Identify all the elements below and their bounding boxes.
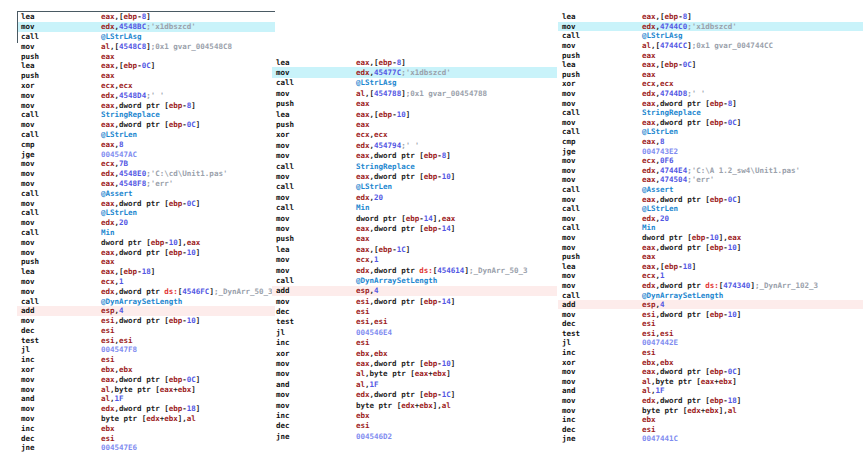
asm-row[interactable]: jl0047442E xyxy=(558,338,863,348)
asm-row[interactable]: call@Assert xyxy=(17,188,275,198)
asm-row[interactable]: moveax,dword ptr [ebp-10] xyxy=(558,242,863,252)
asm-row[interactable]: movecx,1 xyxy=(558,271,863,281)
asm-row[interactable]: call@Assert xyxy=(558,185,863,195)
asm-row[interactable]: pusheax xyxy=(17,71,275,81)
asm-row[interactable]: movbyte ptr [edx+ebx],al xyxy=(272,400,557,410)
asm-row[interactable]: incesi xyxy=(17,355,275,365)
asm-row[interactable]: movecx,7B xyxy=(17,159,275,169)
asm-row[interactable]: incesi xyxy=(272,338,557,348)
asm-row[interactable]: xorecx,ecx xyxy=(17,81,275,91)
asm-row[interactable]: decesi xyxy=(272,421,557,431)
asm-row[interactable]: decesi xyxy=(272,306,557,316)
asm-row[interactable]: movbyte ptr [edx+ebx],al xyxy=(17,414,275,424)
asm-row[interactable]: moval,byte ptr [eax+ebx] xyxy=(272,369,557,379)
asm-row[interactable]: movecx,0F6 xyxy=(558,156,863,166)
asm-row[interactable]: andal,1F xyxy=(272,379,557,389)
asm-row[interactable]: pusheax xyxy=(17,51,275,61)
asm-row[interactable]: movedx,4744D8;' ' xyxy=(558,89,863,99)
asm-row[interactable]: call@LStrLen xyxy=(272,182,557,192)
asm-row[interactable]: incebx xyxy=(272,410,557,420)
asm-row[interactable]: jne0047441C xyxy=(558,434,863,444)
asm-row[interactable]: movedx,dword ptr ds:[4546FC];_DynArr_50_… xyxy=(17,286,275,296)
asm-row[interactable]: movedx,20 xyxy=(272,192,557,202)
asm-row[interactable]: moveax,dword ptr [ebp-8] xyxy=(17,100,275,110)
asm-row[interactable]: pusheax xyxy=(558,70,863,80)
asm-row[interactable]: testesi,esi xyxy=(17,335,275,345)
asm-row[interactable]: andal,1F xyxy=(17,394,275,404)
asm-row[interactable]: decesi xyxy=(558,425,863,435)
asm-row[interactable]: movedx,4548D4;' ' xyxy=(17,90,275,100)
asm-row[interactable]: incesi xyxy=(558,348,863,358)
asm-row[interactable]: pusheax xyxy=(272,119,557,129)
asm-row[interactable]: movesi,dword ptr [ebp-10] xyxy=(558,309,863,319)
asm-row[interactable]: call@LStrLAsg xyxy=(558,31,863,41)
asm-row[interactable]: callMin xyxy=(272,202,557,212)
asm-row[interactable]: jne004547E6 xyxy=(17,443,275,453)
asm-row[interactable]: moveax,dword ptr [ebp-10] xyxy=(272,171,557,181)
asm-row-highlighted[interactable]: movedx,45477C;'x1dbszcd' xyxy=(272,67,557,77)
asm-row[interactable]: call@LStrLen xyxy=(17,208,275,218)
asm-row[interactable]: leaeax,[ebp-0C] xyxy=(17,61,275,71)
asm-row[interactable]: movedx,454794;' ' xyxy=(272,140,557,150)
asm-row[interactable]: moveax,dword ptr [ebp-0C] xyxy=(17,198,275,208)
asm-row[interactable]: xorecx,ecx xyxy=(558,79,863,89)
asm-row[interactable]: movedx,20 xyxy=(558,213,863,223)
asm-row[interactable]: call@DynArraySetLength xyxy=(17,296,275,306)
asm-row[interactable]: moval,[454788];0x1 gvar_00454788 xyxy=(272,88,557,98)
asm-row[interactable]: call@LStrLAsg xyxy=(272,78,557,88)
asm-row[interactable]: moveax,474504;'err' xyxy=(558,175,863,185)
asm-row[interactable]: call@LStrLen xyxy=(17,130,275,140)
asm-row[interactable]: cmpeax,8 xyxy=(17,139,275,149)
asm-row[interactable]: call@LStrLAsg xyxy=(17,32,275,42)
asm-row[interactable]: call@DynArraySetLength xyxy=(558,290,863,300)
asm-row[interactable]: xorebx,ebx xyxy=(17,365,275,375)
asm-row[interactable]: moveax,dword ptr [ebp-0C] xyxy=(558,367,863,377)
asm-row[interactable]: movedx,dword ptr [ebp-18] xyxy=(558,396,863,406)
asm-row[interactable]: leaeax,[ebp-8] xyxy=(272,57,557,67)
asm-row[interactable]: moval,[4744CC];0x1 gvar_004744CC xyxy=(558,41,863,51)
asm-row[interactable]: pusheax xyxy=(558,252,863,262)
asm-row[interactable]: pusheax xyxy=(272,234,557,244)
asm-row[interactable]: leaeax,[ebp-8] xyxy=(17,12,275,22)
asm-row[interactable]: movesi,dword ptr [ebp-14] xyxy=(272,296,557,306)
asm-row[interactable]: pusheax xyxy=(17,257,275,267)
asm-row[interactable]: movedx,dword ptr ds:[454614];_DynArr_50_… xyxy=(272,265,557,275)
asm-row[interactable]: leaeax,[ebp-18] xyxy=(17,267,275,277)
asm-row-highlighted[interactable]: movedx,4744C0;'x1dbszcd' xyxy=(558,22,863,32)
asm-row[interactable]: decesi xyxy=(558,319,863,329)
asm-row[interactable]: movdword ptr [ebp-14],eax xyxy=(272,213,557,223)
asm-row[interactable]: movedx,4548E0;'C:\cd\Unit1.pas' xyxy=(17,169,275,179)
asm-row[interactable]: jl004547F8 xyxy=(17,345,275,355)
asm-row[interactable]: movedx,dword ptr [ebp-1C] xyxy=(272,390,557,400)
asm-row[interactable]: decesi xyxy=(17,326,275,336)
asm-row[interactable]: incebx xyxy=(558,415,863,425)
asm-row[interactable]: andal,1F xyxy=(558,386,863,396)
asm-row[interactable]: moval,byte ptr [eax+ebx] xyxy=(17,384,275,394)
asm-row[interactable]: movesi,dword ptr [ebp-10] xyxy=(17,316,275,326)
asm-row[interactable]: movdword ptr [ebp-10],eax xyxy=(17,237,275,247)
asm-row[interactable]: moval,[4548C8];0x1 gvar_004548C8 xyxy=(17,41,275,51)
asm-row[interactable]: jne004546D2 xyxy=(272,431,557,441)
asm-row[interactable]: xorecx,ecx xyxy=(272,130,557,140)
asm-row[interactable]: moveax,4548F8;'err' xyxy=(17,179,275,189)
asm-row[interactable]: testesi,esi xyxy=(558,329,863,339)
asm-row[interactable]: moveax,dword ptr [ebp-0C] xyxy=(558,194,863,204)
asm-row[interactable]: testesi,esi xyxy=(272,317,557,327)
asm-row[interactable]: pusheax xyxy=(272,99,557,109)
asm-row[interactable]: callMin xyxy=(558,223,863,233)
asm-row[interactable]: movecx,1 xyxy=(272,254,557,264)
asm-row[interactable]: moveax,dword ptr [ebp-10] xyxy=(17,247,275,257)
asm-row[interactable]: movdword ptr [ebp-10],eax xyxy=(558,233,863,243)
asm-row[interactable]: xorebx,ebx xyxy=(272,348,557,358)
asm-row[interactable]: leaeax,[ebp-0C] xyxy=(558,60,863,70)
asm-row-highlighted[interactable]: addesp,4 xyxy=(272,286,557,296)
asm-row-highlighted[interactable]: addesp,4 xyxy=(558,300,863,310)
asm-row[interactable]: cmpeax,8 xyxy=(558,137,863,147)
asm-row[interactable]: moveax,dword ptr [ebp-8] xyxy=(558,98,863,108)
asm-row[interactable]: moveax,dword ptr [ebp-0C] xyxy=(17,120,275,130)
asm-row[interactable]: moveax,dword ptr [ebp-0C] xyxy=(558,118,863,128)
asm-row[interactable]: jge004743E2 xyxy=(558,146,863,156)
asm-row[interactable]: callStringReplace xyxy=(272,161,557,171)
asm-row[interactable]: movecx,1 xyxy=(17,277,275,287)
asm-row[interactable]: movedx,dword ptr ds:[474340];_DynArr_102… xyxy=(558,281,863,291)
